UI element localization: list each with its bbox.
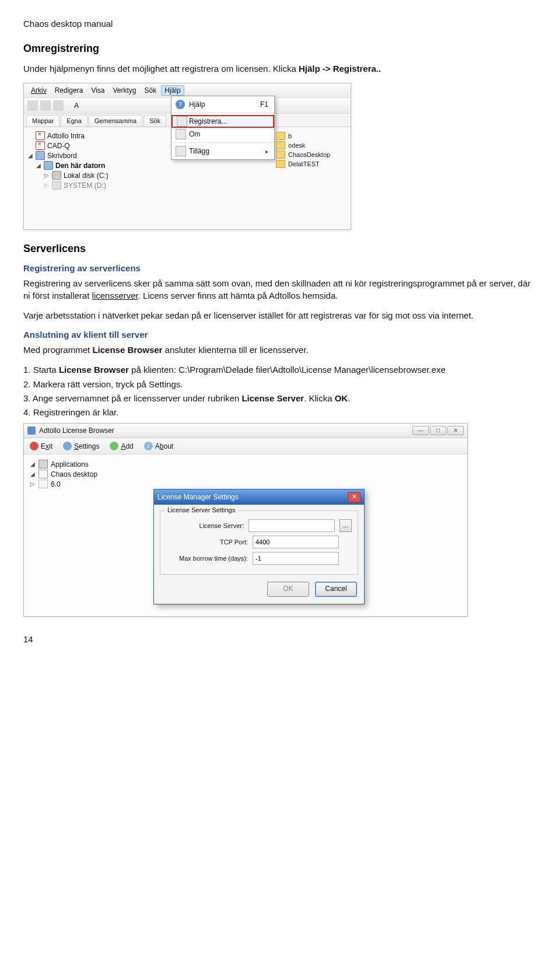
screenshot-help-menu: Arkiv Redigera Visa Verktyg Sök Hjälp A … bbox=[23, 83, 351, 230]
tree-applications[interactable]: ◢Applications bbox=[30, 459, 461, 469]
tree-chaos-desktop[interactable]: ◢Chaos desktop bbox=[30, 469, 461, 479]
window-titlebar: Adtollo License Browser — □ ✕ bbox=[24, 424, 467, 438]
shortcut-f1: F1 bbox=[260, 100, 268, 109]
dropdown-separator bbox=[172, 142, 274, 143]
hjalp-dropdown: Hjälp F1 Registrera... Om Tillägg ▸ bbox=[171, 96, 275, 160]
p-omregistrering: Under hjälpmenyn finns det möjlighet att… bbox=[23, 63, 537, 75]
folder-icon bbox=[276, 160, 285, 168]
label-max-borrow: Max borrow time (days): bbox=[166, 555, 248, 562]
input-max-borrow[interactable] bbox=[253, 552, 339, 565]
p-anslutning: Med programmet License Browser ansluter … bbox=[23, 344, 537, 356]
dropdown-hjalp-item[interactable]: Hjälp F1 bbox=[172, 98, 274, 111]
exit-button[interactable]: Exit bbox=[29, 441, 54, 451]
p-serverlicens-1: Registrering av serverlicens sker på sam… bbox=[23, 278, 537, 302]
p-serverlicens-2: Varje arbetsstation i nätverket pekar se… bbox=[23, 310, 537, 321]
addon-icon bbox=[176, 146, 186, 156]
browse-button[interactable]: ... bbox=[340, 519, 352, 532]
menu-sok[interactable]: Sök bbox=[141, 85, 160, 96]
about-button[interactable]: iAbout bbox=[143, 441, 174, 451]
tab-mappar[interactable]: Mappar bbox=[26, 115, 60, 127]
folder-icon bbox=[276, 132, 285, 140]
cancel-button[interactable]: Cancel bbox=[315, 582, 357, 597]
tool-a-label: A bbox=[74, 100, 79, 111]
list-item[interactable]: DelatTEST bbox=[276, 159, 346, 169]
step-1: 1. Starta License Browser på klienten: C… bbox=[23, 364, 537, 376]
label-license-server: License Server: bbox=[166, 522, 244, 529]
subheading-registrering: Registrering av serverlicens bbox=[23, 263, 537, 273]
drive-icon bbox=[52, 181, 61, 190]
tab-egna[interactable]: Egna bbox=[61, 115, 88, 127]
folder-icon bbox=[276, 141, 285, 149]
window-max-button[interactable]: □ bbox=[430, 426, 446, 435]
tree-system-d[interactable]: ▷SYSTEM (D:) bbox=[27, 180, 348, 190]
groupbox-server-settings: License Server Settings License Server: … bbox=[160, 511, 358, 575]
app-icon bbox=[27, 426, 36, 435]
page-header: Chaos desktop manual bbox=[23, 19, 537, 29]
heading-serverlicens: Serverlicens bbox=[23, 243, 537, 255]
computer-icon bbox=[44, 161, 53, 170]
menu-visa[interactable]: Visa bbox=[88, 85, 108, 96]
list-item[interactable]: b bbox=[276, 131, 346, 141]
dialog-close-button[interactable]: ✕ bbox=[348, 492, 360, 502]
window-min-button[interactable]: — bbox=[412, 426, 429, 435]
tool-icon-1[interactable] bbox=[27, 100, 38, 111]
dropdown-tillagg-item[interactable]: Tillägg ▸ bbox=[172, 145, 274, 158]
folder-icon bbox=[276, 151, 285, 159]
blocked-icon bbox=[36, 131, 45, 140]
page-number: 14 bbox=[23, 634, 537, 644]
settings-dialog: License Manager Settings ✕ License Serve… bbox=[153, 489, 365, 604]
menu-verktyg[interactable]: Verktyg bbox=[110, 85, 140, 96]
add-icon bbox=[110, 442, 118, 450]
window-close-button[interactable]: ✕ bbox=[447, 426, 464, 435]
tree-version[interactable]: ▷6.0 bbox=[30, 479, 461, 489]
settings-icon bbox=[63, 442, 72, 450]
register-icon bbox=[177, 116, 187, 127]
tab-sok[interactable]: Sök bbox=[144, 115, 166, 127]
right-folder-list: b odesk ChaosDesktop DelatTEST bbox=[276, 131, 346, 169]
version-icon bbox=[38, 480, 48, 488]
desktop-icon bbox=[36, 151, 45, 160]
tab-gemensamma[interactable]: Gemensamma bbox=[89, 115, 142, 127]
step-2: 2. Markera rätt version, tryck på Settin… bbox=[23, 379, 537, 390]
menu-redigera[interactable]: Redigera bbox=[51, 85, 87, 96]
info-icon: i bbox=[144, 442, 153, 450]
tree-lokal-c[interactable]: ▷Lokal disk (C:) bbox=[27, 170, 348, 180]
screenshot-license-browser: Adtollo License Browser — □ ✕ Exit Setti… bbox=[23, 423, 468, 617]
blocked-icon bbox=[36, 141, 45, 150]
toolbar: Exit Settings Add iAbout bbox=[24, 438, 467, 454]
window-title: Adtollo License Browser bbox=[39, 426, 114, 435]
settings-button[interactable]: Settings bbox=[62, 441, 100, 451]
dropdown-separator bbox=[172, 113, 274, 113]
dialog-titlebar: License Manager Settings ✕ bbox=[154, 490, 364, 505]
input-tcp-port[interactable] bbox=[253, 536, 339, 548]
dialog-title: License Manager Settings bbox=[158, 493, 239, 501]
dropdown-registrera-item[interactable]: Registrera... bbox=[172, 115, 274, 128]
list-item[interactable]: ChaosDesktop bbox=[276, 150, 346, 159]
dropdown-om-item[interactable]: Om bbox=[172, 128, 274, 141]
list-item[interactable]: odesk bbox=[276, 141, 346, 150]
submenu-arrow-icon: ▸ bbox=[265, 148, 268, 155]
label-tcp-port: TCP Port: bbox=[166, 539, 248, 546]
menu-hjalp[interactable]: Hjälp bbox=[161, 85, 184, 96]
tool-icon-3[interactable] bbox=[53, 100, 64, 111]
help-icon bbox=[176, 100, 185, 109]
input-license-server[interactable] bbox=[249, 519, 335, 532]
heading-omregistrering: Omregistrering bbox=[23, 43, 537, 55]
app-tree: ◢Applications ◢Chaos desktop ▷6.0 bbox=[24, 454, 467, 494]
tool-icon-2[interactable] bbox=[40, 100, 51, 111]
step-4: 4. Registreringen är klar. bbox=[23, 407, 537, 418]
step-3: 3. Ange servernamnet på er licensserver … bbox=[23, 393, 537, 404]
exit-icon bbox=[30, 442, 38, 450]
subheading-anslutning: Anslutning av klient till server bbox=[23, 330, 537, 340]
about-icon bbox=[176, 129, 186, 139]
groupbox-legend: License Server Settings bbox=[165, 506, 237, 513]
add-button[interactable]: Add bbox=[108, 441, 134, 451]
applications-icon bbox=[38, 460, 48, 468]
ok-button[interactable]: OK bbox=[267, 582, 309, 597]
drive-icon bbox=[52, 171, 61, 180]
menu-arkiv[interactable]: Arkiv bbox=[27, 85, 50, 96]
app-item-icon bbox=[38, 470, 48, 478]
